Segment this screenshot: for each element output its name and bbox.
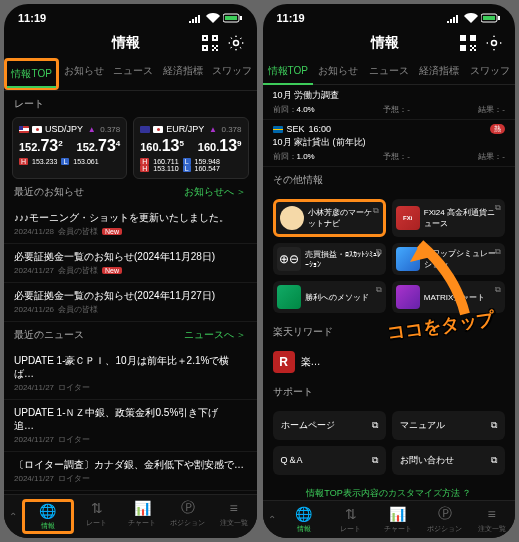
- svg-point-3: [233, 41, 238, 46]
- tab-notices[interactable]: お知らせ: [313, 58, 364, 84]
- nav-info[interactable]: 🌐情報: [281, 505, 328, 534]
- app-header: 情報: [4, 28, 257, 58]
- tab-bar: 情報TOP お知らせ ニュース 経済指標 スワッフ: [263, 58, 516, 85]
- news-item[interactable]: UPDATE 1-ＮＺ中銀、政策金利0.5%引き下げ 追…2024/11/27ロ…: [4, 400, 257, 452]
- nav-info[interactable]: 🌐情報: [22, 499, 74, 534]
- rate-card-usdjpy[interactable]: USD/JPY▲0.378 152.732152.734 H153.233L15…: [12, 117, 127, 179]
- rates-icon: ⇅: [88, 499, 106, 517]
- chart-icon: 📊: [133, 499, 151, 517]
- support-grid: ホームページ⧉ マニュアル⧉ Q＆A⧉ お問い合わせ⧉: [263, 405, 516, 481]
- list-icon: ≡: [225, 499, 243, 517]
- open-icon: ⧉: [491, 455, 497, 466]
- tool-swap-sim[interactable]: スワップシミュレーション⧉: [392, 243, 505, 275]
- wifi-icon: [464, 13, 478, 23]
- list-icon: ≡: [483, 505, 501, 523]
- signal-icon: [447, 13, 461, 23]
- page-title: 情報: [311, 34, 460, 52]
- nav-rates[interactable]: ⇅レート: [74, 499, 120, 534]
- nav-rates[interactable]: ⇅レート: [327, 505, 374, 534]
- new-badge: New: [102, 228, 122, 235]
- support-homepage[interactable]: ホームページ⧉: [273, 411, 386, 440]
- nav-expand[interactable]: ⌃: [263, 505, 281, 534]
- news-link[interactable]: ニュースへ ＞: [184, 328, 247, 342]
- tool-fxi24[interactable]: FXiFXi24 高金利通貨ニュース⧉: [392, 199, 505, 237]
- wifi-icon: [206, 13, 220, 23]
- tab-swap[interactable]: スワッフ: [465, 58, 516, 84]
- tab-news[interactable]: ニュース: [109, 58, 158, 90]
- nav-position[interactable]: Ⓟポジション: [165, 499, 211, 534]
- status-icons: [447, 12, 501, 24]
- tool-market-navi[interactable]: 小林芳彦のマーケットナビ⧉: [273, 199, 386, 237]
- tab-news[interactable]: ニュース: [364, 58, 415, 84]
- open-icon: ⧉: [495, 247, 501, 257]
- app-header: 情報: [263, 28, 516, 58]
- tab-swap[interactable]: スワッフ: [207, 58, 256, 90]
- notice-item[interactable]: 必要証拠金一覧のお知らせ(2024年11月28日)2024/11/27会員の皆様…: [4, 244, 257, 283]
- notices-link[interactable]: お知らせへ ＞: [184, 185, 247, 199]
- gear-icon[interactable]: [227, 34, 245, 52]
- status-time: 11:19: [277, 12, 305, 24]
- battery-icon: [481, 13, 501, 23]
- svg-rect-5: [483, 16, 495, 20]
- nav-expand[interactable]: ⌃: [4, 499, 22, 534]
- open-icon: ⧉: [376, 285, 382, 295]
- signal-icon: [189, 13, 203, 23]
- tab-bar: 情報TOP お知らせ ニュース 経済指標 スワッフ: [4, 58, 257, 91]
- globe-icon: 🌐: [295, 505, 313, 523]
- open-icon: ⧉: [491, 420, 497, 431]
- support-qa[interactable]: Q＆A⧉: [273, 446, 386, 475]
- tool-pl-sim[interactable]: ⊕⊖売買損益・ﾛｽｶｯﾄｼﾐｭﾚｰｼｮﾝ⧉: [273, 243, 386, 275]
- news-item[interactable]: UPDATE 1-豪ＣＰＩ、10月は前年比＋2.1%で横ば…2024/11/27…: [4, 348, 257, 400]
- nav-chart[interactable]: 📊チャート: [374, 505, 421, 534]
- section-rates: レート: [4, 91, 257, 117]
- flag-jp-icon: [32, 126, 42, 133]
- flag-eu-icon: [140, 126, 150, 133]
- tool-method[interactable]: 勝利へのメソッド⧉: [273, 281, 386, 313]
- section-reward: 楽天リワード: [263, 319, 516, 345]
- news-item[interactable]: 〔ロイター調査〕カナダ銀、金利低下や割安感で…2024/11/27ロイター: [4, 452, 257, 491]
- nav-chart[interactable]: 📊チャート: [119, 499, 165, 534]
- svg-rect-6: [498, 16, 500, 20]
- tab-econ[interactable]: 経済指標: [414, 58, 465, 84]
- tab-info-top[interactable]: 情報TOP: [4, 58, 59, 90]
- position-icon: Ⓟ: [436, 505, 454, 523]
- tools-grid: 小林芳彦のマーケットナビ⧉ FXiFXi24 高金利通貨ニュース⧉ ⊕⊖売買損益…: [263, 193, 516, 319]
- econ-item[interactable]: 10月 労働力調査 前回：4.0%予想：-結果：-: [263, 85, 516, 120]
- status-bar: 11:19: [263, 4, 516, 28]
- tool-matrix[interactable]: MATRIXチャート⧉: [392, 281, 505, 313]
- hot-badge: 熱: [490, 124, 505, 134]
- support-contact[interactable]: お問い合わせ⧉: [392, 446, 505, 475]
- open-icon: ⧉: [376, 247, 382, 257]
- customize-link[interactable]: 情報TOP表示内容のカスタマイズ方法 ？: [263, 481, 516, 500]
- rate-card-eurjpy[interactable]: EUR/JPY▲0.378 160.135160.139 H160.711L15…: [133, 117, 248, 179]
- nav-orders[interactable]: ≡注文一覧: [211, 499, 257, 534]
- nav-position[interactable]: Ⓟポジション: [421, 505, 468, 534]
- open-icon: ⧉: [373, 206, 379, 216]
- nav-orders[interactable]: ≡注文一覧: [468, 505, 515, 534]
- globe-icon: 🌐: [39, 502, 57, 520]
- content-right: 10月 労働力調査 前回：4.0%予想：-結果：- SEK16:00熱 10月 …: [263, 85, 516, 500]
- bottom-nav: ⌃ 🌐情報 ⇅レート 📊チャート Ⓟポジション ≡注文一覧: [263, 500, 516, 538]
- qr-icon[interactable]: [201, 34, 219, 52]
- bottom-nav: ⌃ 🌐情報 ⇅レート 📊チャート Ⓟポジション ≡注文一覧: [4, 494, 257, 538]
- tab-info-top[interactable]: 情報TOP: [263, 58, 314, 84]
- reward-item[interactable]: R楽…: [263, 345, 516, 379]
- rates-icon: ⇅: [342, 505, 360, 523]
- section-support: サポート: [263, 379, 516, 405]
- phone-right: 11:19 情報 情報TOP お知らせ ニュース 経済指標 スワッフ 10月 労…: [263, 4, 516, 538]
- open-icon: ⧉: [372, 420, 378, 431]
- tab-econ[interactable]: 経済指標: [158, 58, 207, 90]
- econ-item[interactable]: SEK16:00熱 10月 家計貸出 (前年比) 前回：1.0%予想：-結果：-: [263, 120, 516, 167]
- svg-rect-1: [225, 16, 237, 20]
- notice-item[interactable]: 必要証拠金一覧のお知らせ(2024年11月27日)2024/11/26会員の皆様: [4, 283, 257, 322]
- tab-notices[interactable]: お知らせ: [59, 58, 108, 90]
- page-title: 情報: [52, 34, 201, 52]
- notice-item[interactable]: ♪♪♪モーニング・ショットを更新いたしました。2024/11/28会員の皆様Ne…: [4, 205, 257, 244]
- rates-row: USD/JPY▲0.378 152.732152.734 H153.233L15…: [4, 117, 257, 179]
- qr-icon[interactable]: [459, 34, 477, 52]
- rakuten-icon: R: [273, 351, 295, 373]
- support-manual[interactable]: マニュアル⧉: [392, 411, 505, 440]
- gear-icon[interactable]: [485, 34, 503, 52]
- flag-se-icon: [273, 126, 283, 133]
- section-other: その他情報: [263, 167, 516, 193]
